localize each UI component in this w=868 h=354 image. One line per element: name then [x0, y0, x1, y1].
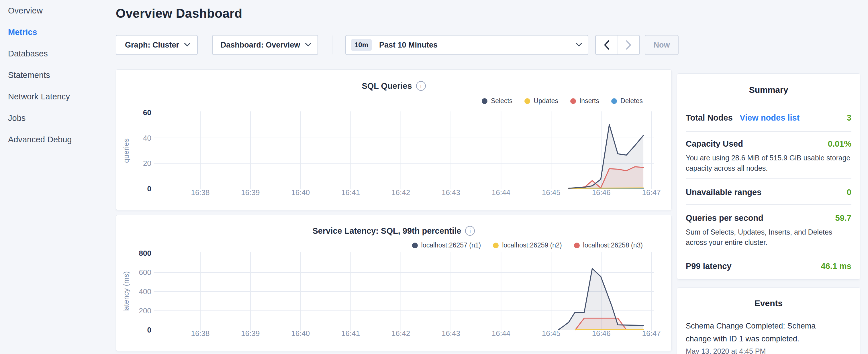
y-axis-tick-label: 60 — [143, 108, 151, 117]
sidebar-item-metrics[interactable]: Metrics — [0, 22, 109, 43]
event-list-item: Schema Change Completed: Schema change w… — [686, 320, 851, 354]
y-axis-tick-label: 200 — [139, 307, 151, 315]
x-axis-tick-label: 16:39 — [241, 329, 260, 338]
service-latency-plot[interactable]: 16:3816:3916:4016:4116:4216:4316:4416:45… — [116, 215, 672, 351]
y-axis-tick-label: 0 — [147, 185, 151, 193]
chevron-down-icon — [184, 40, 190, 46]
y-axis-tick-label: 0 — [147, 326, 151, 334]
series-line — [569, 188, 644, 188]
total-nodes-label: Total Nodes — [686, 113, 733, 122]
summary-row-p99: P99 latency 46.1 ms — [686, 252, 851, 271]
x-axis-tick-label: 16:39 — [241, 188, 260, 197]
time-prev-button[interactable] — [596, 35, 618, 55]
view-nodes-list-link[interactable]: View nodes list — [740, 113, 800, 122]
events-title: Events — [677, 288, 860, 308]
sidebar-item-jobs[interactable]: Jobs — [0, 107, 109, 129]
y-axis-unit-label: latency (ms) — [122, 271, 130, 312]
x-axis-tick-label: 16:47 — [642, 188, 661, 197]
chevron-right-icon — [626, 40, 632, 50]
service-latency-card: Service Latency: SQL, 99th percentile i … — [116, 215, 672, 351]
sidebar-item-databases[interactable]: Databases — [0, 43, 109, 64]
event-timestamp: May 13, 2020 at 4:45 PM — [686, 347, 851, 354]
y-axis-tick-label: 20 — [143, 159, 151, 167]
x-axis-tick-label: 16:47 — [642, 329, 661, 338]
x-axis-tick-label: 16:40 — [291, 329, 310, 338]
summary-row-capacity: Capacity Used 0.01% You are using 28.6 M… — [686, 132, 851, 179]
x-axis-tick-label: 16:45 — [542, 188, 560, 197]
x-axis-tick-label: 16:45 — [542, 329, 560, 338]
p99-latency-label: P99 latency — [686, 261, 732, 271]
x-axis-tick-label: 16:38 — [191, 188, 210, 197]
x-axis-tick-label: 16:44 — [492, 188, 510, 197]
summary-title: Summary — [677, 74, 860, 95]
summary-panel: Summary Total Nodes View nodes list 3 Ca… — [677, 73, 860, 280]
y-axis-tick-label: 40 — [143, 134, 151, 142]
chevron-down-icon — [305, 40, 311, 46]
time-nav-buttons — [595, 35, 640, 55]
total-nodes-value: 3 — [847, 113, 851, 123]
x-axis-tick-label: 16:44 — [492, 329, 510, 338]
sql-queries-card: SQL Queries i Selects Updates Inserts De… — [116, 69, 672, 210]
summary-row-qps: Queries per second 59.7 Sum of Selects, … — [686, 205, 851, 252]
page-title: Overview Dashboard — [116, 6, 242, 21]
qps-value: 59.7 — [835, 213, 851, 223]
dashboard-label: Dashboard: Overview — [221, 41, 300, 50]
now-button[interactable]: Now — [645, 35, 679, 55]
x-axis-tick-label: 16:40 — [291, 188, 310, 197]
graph-scope-dropdown[interactable]: Graph: Cluster — [116, 35, 198, 55]
x-axis-tick-label: 16:46 — [592, 329, 611, 338]
x-axis-tick-label: 16:43 — [442, 329, 460, 338]
summary-row-total-nodes: Total Nodes View nodes list 3 — [686, 113, 851, 132]
sidebar-item-overview[interactable]: Overview — [0, 0, 109, 22]
x-axis-tick-label: 16:38 — [191, 329, 210, 338]
dashboard-dropdown[interactable]: Dashboard: Overview — [212, 35, 318, 55]
db-console-app: Overview Metrics Databases Statements Ne… — [0, 0, 868, 354]
sidebar-item-advanced-debug[interactable]: Advanced Debug — [0, 129, 109, 150]
x-axis-tick-label: 16:42 — [392, 329, 410, 338]
y-axis-tick-label: 400 — [139, 287, 151, 296]
capacity-label: Capacity Used — [686, 139, 743, 149]
qps-description: Sum of Selects, Updates, Inserts, and De… — [686, 227, 851, 248]
capacity-value: 0.01% — [828, 139, 851, 149]
summary-row-unavailable-ranges: Unavailable ranges 0 — [686, 179, 851, 205]
sidebar: Overview Metrics Databases Statements Ne… — [0, 0, 109, 354]
graph-scope-label: Graph: Cluster — [125, 41, 179, 50]
sidebar-item-network-latency[interactable]: Network Latency — [0, 86, 109, 107]
controls-divider — [332, 35, 333, 55]
x-axis-tick-label: 16:41 — [341, 188, 360, 197]
y-axis-tick-label: 600 — [139, 268, 151, 277]
capacity-description: You are using 28.6 MiB of 515.9 GiB usab… — [686, 153, 851, 173]
qps-label: Queries per second — [686, 213, 764, 223]
unavailable-ranges-label: Unavailable ranges — [686, 188, 762, 197]
time-range-label: Past 10 Minutes — [379, 41, 438, 50]
y-axis-tick-label: 800 — [139, 249, 151, 257]
chevron-down-icon — [576, 40, 582, 46]
x-axis-tick-label: 16:41 — [341, 329, 360, 338]
time-range-dropdown[interactable]: 10m Past 10 Minutes — [345, 35, 588, 55]
x-axis-tick-label: 16:43 — [442, 188, 460, 197]
time-range-badge: 10m — [351, 39, 372, 51]
sidebar-item-statements[interactable]: Statements — [0, 64, 109, 86]
sql-queries-plot[interactable]: 16:3816:3916:4016:4116:4216:4316:4416:45… — [116, 70, 672, 211]
y-axis-unit-label: queries — [122, 138, 130, 163]
events-panel: Events Schema Change Completed: Schema c… — [677, 287, 860, 354]
x-axis-tick-label: 16:42 — [392, 188, 410, 197]
chevron-left-icon — [603, 40, 610, 50]
time-next-button[interactable] — [618, 35, 639, 55]
event-text: Schema Change Completed: Schema change w… — [686, 320, 829, 345]
x-axis-tick-label: 16:46 — [592, 188, 611, 197]
unavailable-ranges-value: 0 — [847, 188, 851, 197]
p99-latency-value: 46.1 ms — [821, 261, 851, 271]
